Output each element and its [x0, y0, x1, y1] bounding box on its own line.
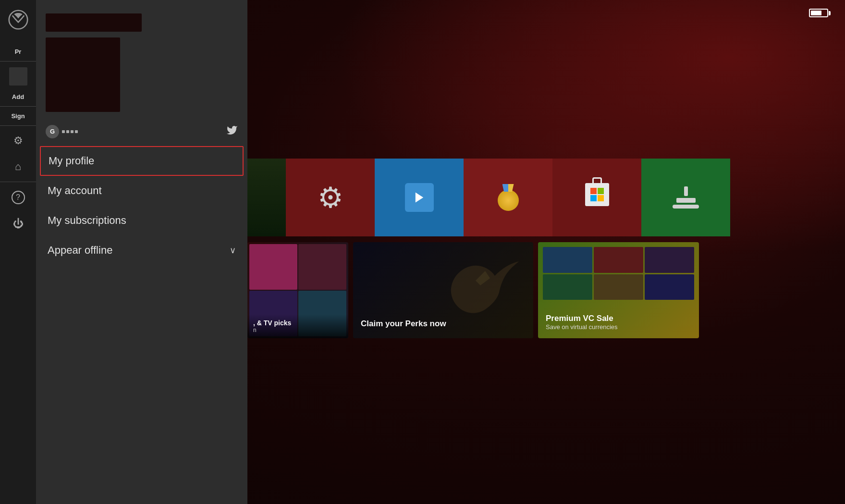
settings-tile[interactable]: ⚙	[286, 159, 375, 236]
tiles-row: ⚙	[247, 159, 845, 236]
status-dots	[62, 130, 78, 133]
my-subscriptions-menu-item[interactable]: My subscriptions	[36, 206, 247, 235]
gamertag-redacted	[46, 13, 142, 32]
sidebar-settings-item[interactable]: ⚙	[13, 128, 23, 154]
battery-tip	[829, 11, 831, 15]
sidebar: Pr Add Sign ⚙ ⌂ ? ⏻	[0, 0, 36, 504]
game-thumb-1	[543, 247, 592, 273]
appear-offline-menu-item[interactable]: Appear offline ∨	[36, 235, 247, 265]
vc-subtitle: Save on virtual currencies	[546, 323, 618, 331]
sidebar-divider-3	[0, 125, 36, 126]
films-title-line1: , & TV picks	[253, 319, 343, 327]
game-thumb-4	[543, 274, 592, 300]
my-profile-label: My profile	[49, 155, 94, 167]
tile-partial[interactable]	[247, 159, 286, 236]
xbox-hub-tile[interactable]	[641, 159, 730, 236]
films-text-overlay: , & TV picks n	[247, 314, 348, 338]
films-title-line2: n	[253, 327, 343, 333]
sidebar-divider-1	[0, 61, 36, 61]
films-tv-card[interactable]: , & TV picks n	[247, 242, 348, 338]
gear-icon: ⚙	[318, 181, 343, 214]
game-thumb-2	[594, 247, 643, 273]
vc-title: Premium VC Sale	[546, 314, 618, 323]
battery-fill	[811, 11, 821, 15]
sidebar-help-item[interactable]: ?	[12, 184, 25, 211]
profile-avatar-area	[46, 37, 238, 112]
perks-title: Claim your Perks now	[361, 319, 446, 329]
dot-2	[66, 130, 69, 133]
perks-text: Claim your Perks now	[361, 319, 446, 329]
home-icon: ⌂	[15, 160, 21, 173]
social-icons-row: G	[36, 120, 247, 146]
settings-icon: ⚙	[13, 135, 23, 147]
twitter-icon[interactable]	[226, 124, 238, 138]
profile-dropdown-panel: G My profile My account My subscriptions…	[36, 0, 247, 504]
vc-text-block: Premium VC Sale Save on virtual currenci…	[546, 314, 618, 331]
my-account-menu-item[interactable]: My account	[36, 176, 247, 206]
store-tile[interactable]	[552, 159, 641, 236]
gamerscore-badge: G	[46, 125, 59, 138]
vc-sale-card[interactable]: Premium VC Sale Save on virtual currenci…	[538, 242, 699, 338]
dot-1	[62, 130, 65, 133]
profile-banner	[36, 8, 247, 120]
svg-marker-1	[415, 193, 423, 203]
my-subscriptions-label: My subscriptions	[48, 214, 126, 227]
game-thumb-5	[594, 274, 643, 300]
sidebar-divider-2	[0, 106, 36, 107]
partial-tile-art	[247, 159, 286, 236]
bottom-cards-row: , & TV picks n Claim your Perks now	[247, 242, 845, 338]
appear-offline-label: Appear offline	[48, 244, 112, 257]
sidebar-power-item[interactable]: ⏻	[13, 211, 24, 237]
topper-icon	[673, 186, 699, 209]
sidebar-add-label: Add	[10, 89, 26, 104]
sidebar-divider-4	[0, 182, 36, 182]
game-thumb-6	[645, 274, 694, 300]
my-account-label: My account	[48, 184, 102, 197]
game-thumb-3	[645, 247, 694, 273]
medal-ribbon	[502, 184, 514, 192]
main-content-area: ⚙	[247, 0, 845, 504]
dragon-art	[428, 252, 524, 324]
sidebar-sign-label: Sign	[9, 109, 26, 123]
achievements-tile[interactable]	[464, 159, 552, 236]
battery-indicator	[809, 9, 831, 17]
video-tile[interactable]	[375, 159, 464, 236]
sidebar-profile-label: Pr	[13, 44, 24, 59]
perks-card[interactable]: Claim your Perks now	[353, 242, 533, 338]
medal-icon	[498, 184, 519, 211]
dot-4	[75, 130, 78, 133]
social-left-group: G	[46, 125, 78, 138]
xbox-logo-icon[interactable]	[8, 10, 28, 30]
battery-body	[809, 9, 828, 17]
profile-avatar-image	[46, 37, 120, 112]
my-profile-menu-item[interactable]: My profile	[40, 146, 244, 176]
store-bag-icon	[584, 183, 610, 212]
medal-circle	[498, 190, 519, 211]
power-icon: ⏻	[13, 218, 24, 230]
play-icon	[405, 183, 434, 212]
appear-offline-chevron: ∨	[230, 245, 236, 256]
vc-games-grid	[543, 247, 694, 300]
dot-3	[71, 130, 73, 133]
help-icon: ?	[12, 191, 25, 204]
sidebar-home-item[interactable]: ⌂	[15, 154, 21, 180]
sidebar-avatar	[9, 67, 27, 86]
